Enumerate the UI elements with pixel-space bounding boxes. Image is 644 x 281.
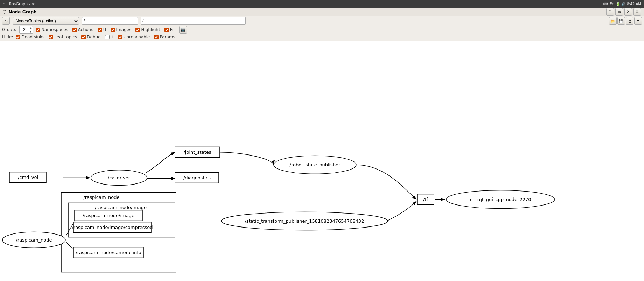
- highlight-checkbox[interactable]: [135, 28, 140, 32]
- debug-item[interactable]: Debug: [81, 35, 100, 39]
- namespaces-label: Namespaces: [41, 27, 68, 32]
- node-raspicam-image-label: /raspicam_node/image: [83, 213, 134, 218]
- node-filter-input[interactable]: [141, 17, 246, 25]
- hide-checkboxes: Dead sinks Leaf topics Debug tf Unreacha…: [16, 35, 175, 39]
- raspicam-image-group-label: /raspicam_node/image: [95, 205, 147, 210]
- unreachable-checkbox[interactable]: [118, 35, 122, 39]
- node-joint-states-label: /joint_states: [183, 150, 211, 155]
- unreachable-item[interactable]: Unreachable: [118, 35, 150, 39]
- spinner-up[interactable]: ▲: [29, 26, 33, 30]
- detach-button[interactable]: ⬚: [606, 8, 614, 16]
- refresh-button[interactable]: ↻: [2, 17, 10, 25]
- edge-static-tf: [387, 201, 416, 221]
- graph-canvas[interactable]: /raspicam_node /raspicam_node/image: [0, 41, 644, 281]
- menu-button[interactable]: ≡: [634, 8, 641, 16]
- highlight-checkbox-item[interactable]: Highlight: [135, 27, 160, 32]
- namespaces-checkbox-item[interactable]: Namespaces: [36, 27, 68, 32]
- edge-cadriver-jointstates: [146, 152, 175, 173]
- actions-label: Actions: [78, 27, 93, 32]
- node-diagnostics-label: /diagnostics: [183, 175, 211, 180]
- actions-checkbox[interactable]: [72, 28, 77, 32]
- leaf-topics-label: Leaf topics: [54, 35, 77, 39]
- node-raspicam-outer-label: /raspicam_node: [16, 237, 52, 243]
- dead-sinks-item[interactable]: Dead sinks: [16, 35, 44, 39]
- toolbar-row-2: Group: ▲ ▼ Namespaces Actions: [2, 26, 642, 34]
- node-tf-label: /tf: [423, 197, 428, 202]
- spinner-down[interactable]: ▼: [29, 30, 33, 34]
- images-checkbox[interactable]: [111, 28, 115, 32]
- edge-rsp-tf: [355, 165, 416, 200]
- fit-checkbox-item[interactable]: Fit: [164, 27, 175, 32]
- group-label: Group:: [2, 27, 16, 32]
- debug-label: Debug: [87, 35, 100, 39]
- actions-checkbox-item[interactable]: Actions: [72, 27, 93, 32]
- dead-sinks-label: Dead sinks: [21, 35, 44, 39]
- params-checkbox[interactable]: [154, 35, 159, 39]
- tf-checkbox[interactable]: [98, 28, 102, 32]
- group-value-input[interactable]: [20, 27, 29, 32]
- battery-icon: 🔋: [616, 2, 620, 6]
- debug-checkbox[interactable]: [81, 35, 86, 39]
- options-checkboxes: Namespaces Actions tf Images Highlight: [36, 26, 187, 34]
- keyboard-icon: ⌨: [603, 2, 608, 6]
- namespaces-checkbox[interactable]: [36, 28, 40, 32]
- window-panel-title: Node Graph: [8, 9, 36, 14]
- params-item[interactable]: Params: [154, 35, 175, 39]
- save-button[interactable]: 💾: [617, 17, 625, 25]
- node-robot-state-publisher-label: /robot_state_publisher: [290, 162, 341, 167]
- fit-label: Fit: [170, 27, 175, 32]
- open-button[interactable]: 📂: [609, 17, 617, 25]
- dead-sinks-checkbox[interactable]: [16, 35, 20, 39]
- close-panel-button[interactable]: ✕: [624, 8, 632, 16]
- lang-indicator: En: [610, 2, 614, 6]
- tf2-item[interactable]: tf: [105, 35, 114, 39]
- tf2-checkbox[interactable]: [105, 35, 110, 39]
- leaf-topics-checkbox[interactable]: [49, 35, 53, 39]
- toolbar-row-3: Hide: Dead sinks Leaf topics Debug tf: [2, 35, 642, 39]
- window-title: h__RosGraph - rqt: [3, 2, 603, 6]
- maximize-button[interactable]: ▭: [615, 8, 623, 16]
- node-raspicam-camerainfo-label: /raspicam_node/camera_info: [76, 250, 141, 255]
- images-checkbox-item[interactable]: Images: [111, 27, 132, 32]
- tf-label: tf: [103, 27, 106, 32]
- node-raspicam-compressed-label: /raspicam_node/image/compressed: [72, 225, 153, 230]
- view-mode-dropdown[interactable]: Nodes/Topics (active) Nodes only Topics …: [13, 17, 79, 25]
- node-static-transform-label: /static_transform_publisher_158108234765…: [245, 218, 364, 224]
- tf-checkbox-item[interactable]: tf: [98, 27, 106, 32]
- leaf-topics-item[interactable]: Leaf topics: [49, 35, 77, 39]
- toolbar-row-1: ↻ Nodes/Topics (active) Nodes only Topic…: [2, 17, 642, 25]
- clock: 8:42 AM: [627, 2, 641, 6]
- node-graph-icon: ⬡: [3, 9, 6, 14]
- images-label: Images: [116, 27, 132, 32]
- node-rqt-gui-label: n__rqt_gui_cpp_node_2270: [470, 197, 531, 202]
- main-window: ⬡ Node Graph ⬚ ▭ ✕ ≡ ↻ Nodes/Topics (act…: [0, 8, 644, 281]
- group-spinner[interactable]: ▲ ▼: [19, 26, 33, 34]
- raspicam-group-label: /raspicam_node: [83, 195, 119, 200]
- node-cmd-vel-label: /cmd_vel: [18, 175, 38, 180]
- volume-icon: 🔊: [621, 2, 625, 6]
- print-button[interactable]: 🖨: [626, 17, 634, 25]
- edge-jointstates-rsp: [219, 152, 274, 165]
- params-label: Params: [160, 35, 175, 39]
- toolbar: ↻ Nodes/Topics (active) Nodes only Topic…: [0, 16, 644, 41]
- highlight-label: Highlight: [141, 27, 160, 32]
- screenshot-button[interactable]: 📷: [179, 26, 187, 34]
- settings-button[interactable]: ≡: [634, 17, 642, 25]
- window-title-bar: ⬡ Node Graph ⬚ ▭ ✕ ≡: [0, 8, 644, 16]
- fit-checkbox[interactable]: [164, 28, 169, 32]
- node-ca-driver-label: /ca_driver: [108, 175, 131, 180]
- title-bar: h__RosGraph - rqt ⌨ En 🔋 🔊 8:42 AM: [0, 0, 644, 8]
- hide-label: Hide:: [2, 35, 13, 39]
- ros-graph-svg: /raspicam_node /raspicam_node/image: [0, 41, 644, 281]
- unreachable-label: Unreachable: [124, 35, 150, 39]
- tf2-label: tf: [111, 35, 114, 39]
- ns-filter-input[interactable]: [82, 17, 138, 25]
